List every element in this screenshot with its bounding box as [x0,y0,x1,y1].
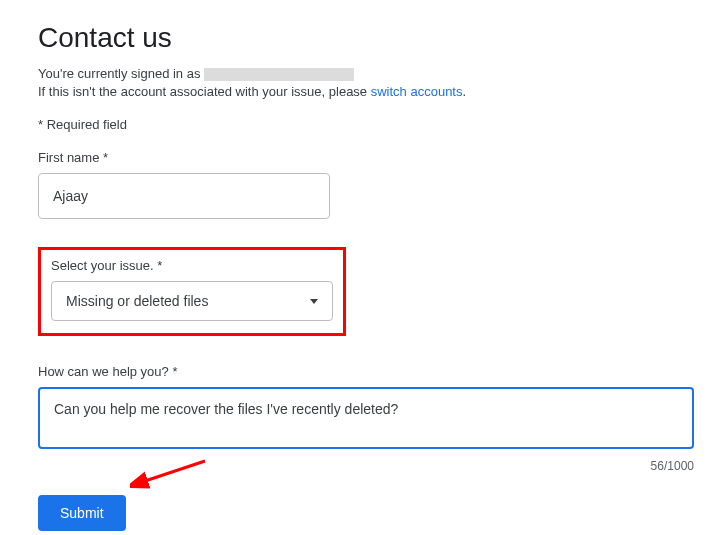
submit-button[interactable]: Submit [38,495,126,531]
chevron-down-icon [310,299,318,304]
required-field-note: * Required field [38,117,679,132]
issue-select-wrap: Missing or deleted files [51,281,333,321]
help-field: How can we help you? * [38,364,679,453]
switch-prefix: If this isn't the account associated wit… [38,84,371,99]
char-counter: 56/1000 [38,459,694,473]
issue-label: Select your issue. * [51,258,333,273]
first-name-input[interactable] [38,173,330,219]
first-name-label: First name * [38,150,679,165]
signed-in-prefix: You're currently signed in as [38,66,200,81]
issue-select[interactable]: Missing or deleted files [51,281,333,321]
switch-account-line: If this isn't the account associated wit… [38,84,679,99]
page-title: Contact us [38,22,679,54]
first-name-field: First name * [38,150,679,219]
redacted-email [204,68,354,81]
issue-highlight-box: Select your issue. * Missing or deleted … [38,247,346,336]
help-textarea[interactable] [38,387,694,449]
switch-suffix: . [462,84,466,99]
issue-selected-value: Missing or deleted files [66,293,208,309]
signed-in-text: You're currently signed in as [38,66,679,81]
switch-accounts-link[interactable]: switch accounts [371,84,463,99]
help-label: How can we help you? * [38,364,679,379]
